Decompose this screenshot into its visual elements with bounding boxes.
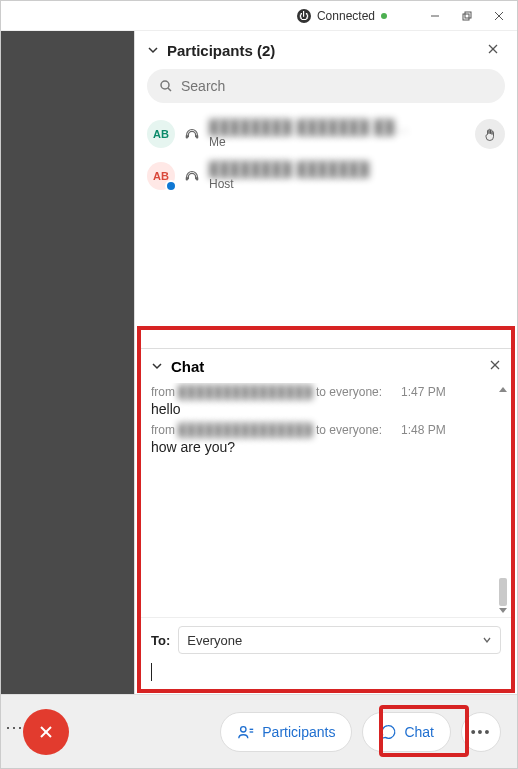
message-meta: from ███████████████ to everyone: 1:48 P… <box>151 423 501 437</box>
chat-title: Chat <box>171 358 204 375</box>
headset-icon <box>183 125 201 143</box>
scroll-up-icon[interactable] <box>499 387 507 392</box>
svg-point-7 <box>161 81 169 89</box>
participants-button[interactable]: Participants <box>220 712 352 752</box>
message-time: 1:47 PM <box>401 385 446 399</box>
hand-icon <box>483 127 498 142</box>
chat-button-label: Chat <box>404 724 434 740</box>
text-caret <box>151 663 152 681</box>
chat-scrollbar[interactable] <box>495 387 511 613</box>
more-icon: ••• <box>471 724 492 740</box>
message-sender: ███████████████ <box>178 385 313 399</box>
close-icon <box>38 724 54 740</box>
window-close-button[interactable] <box>485 5 513 27</box>
headset-icon <box>183 167 201 185</box>
message-meta: from ███████████████ to everyone: 1:47 P… <box>151 385 501 399</box>
connection-icon: ⏻ <box>297 9 311 23</box>
chat-to-select[interactable]: Everyone <box>178 626 501 654</box>
participants-button-label: Participants <box>262 724 335 740</box>
host-badge-icon <box>165 180 177 192</box>
chat-header: Chat <box>141 349 511 383</box>
titlebar: ⏻ Connected <box>1 1 517 31</box>
chat-messages: from ███████████████ to everyone: 1:47 P… <box>141 383 511 617</box>
svg-rect-10 <box>196 135 198 139</box>
message-sender: ███████████████ <box>178 423 313 437</box>
message-time: 1:48 PM <box>401 423 446 437</box>
participants-search[interactable] <box>147 69 505 103</box>
chat-button[interactable]: Chat <box>362 712 451 752</box>
connection-label: Connected <box>317 9 375 23</box>
chevron-down-icon[interactable] <box>147 44 159 56</box>
svg-rect-1 <box>463 14 469 20</box>
participant-row[interactable]: AB ████████ ███████ ██… Me <box>147 113 505 155</box>
chevron-down-icon <box>482 635 492 645</box>
chat-panel: Chat from ███████████████ to everyone: 1… <box>137 326 515 693</box>
chat-to-row: To: Everyone <box>141 617 511 660</box>
connection-status: ⏻ Connected <box>297 9 387 23</box>
raise-hand-button[interactable] <box>475 119 505 149</box>
end-call-button[interactable] <box>23 709 69 755</box>
participant-sublabel: Host <box>209 177 370 191</box>
search-input[interactable] <box>181 78 493 94</box>
participants-close-button[interactable] <box>487 41 505 59</box>
overflow-left-icon[interactable]: ⋯ <box>5 716 23 738</box>
message-text: hello <box>151 401 501 417</box>
window-minimize-button[interactable] <box>421 5 449 27</box>
avatar: AB <box>147 162 175 190</box>
scroll-thumb[interactable] <box>499 578 507 606</box>
participant-name: ████████ ███████ <box>209 161 370 177</box>
svg-rect-2 <box>465 12 471 18</box>
app-window: ⏻ Connected Participants (2) <box>0 0 518 769</box>
avatar: AB <box>147 120 175 148</box>
bottom-toolbar: ⋯ Participants Chat ••• <box>1 694 517 768</box>
svg-line-8 <box>168 88 171 91</box>
scroll-down-icon[interactable] <box>499 608 507 613</box>
chevron-down-icon[interactable] <box>151 360 163 372</box>
participant-row[interactable]: AB ████████ ███████ Host <box>147 155 505 197</box>
svg-rect-11 <box>186 177 188 181</box>
more-button[interactable]: ••• <box>461 712 501 752</box>
participants-title: Participants (2) <box>167 42 275 59</box>
side-panel: Participants (2) AB ████████ ███████ ██…… <box>134 31 517 695</box>
participant-sublabel: Me <box>209 135 409 149</box>
participant-name-area: ████████ ███████ Host <box>209 161 370 191</box>
search-icon <box>159 79 173 93</box>
participants-icon <box>237 723 255 741</box>
chat-input[interactable] <box>141 660 511 689</box>
chat-to-value: Everyone <box>187 633 242 648</box>
online-dot-icon <box>381 13 387 19</box>
chat-to-label: To: <box>151 633 170 648</box>
participant-name: ████████ ███████ ██… <box>209 119 409 135</box>
chat-icon <box>379 723 397 741</box>
chat-close-button[interactable] <box>489 357 501 375</box>
video-area <box>1 31 134 695</box>
work-area: Participants (2) AB ████████ ███████ ██…… <box>1 31 517 695</box>
svg-point-17 <box>241 726 246 731</box>
svg-rect-12 <box>196 177 198 181</box>
window-restore-button[interactable] <box>453 5 481 27</box>
svg-rect-9 <box>186 135 188 139</box>
message-text: how are you? <box>151 439 501 455</box>
participants-header: Participants (2) <box>135 31 517 67</box>
participants-list: AB ████████ ███████ ██… Me AB <box>135 113 517 197</box>
participant-name-area: ████████ ███████ ██… Me <box>209 119 409 149</box>
